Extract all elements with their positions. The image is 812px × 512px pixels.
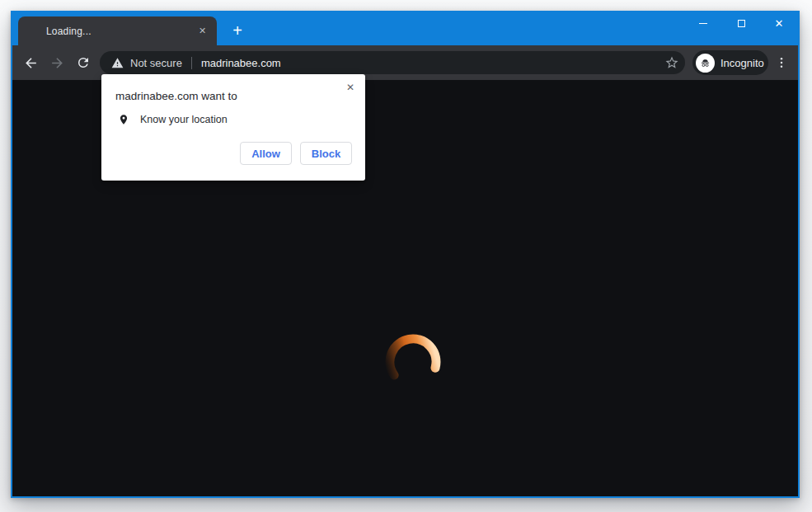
incognito-icon — [699, 57, 711, 69]
block-button[interactable]: Block — [300, 142, 352, 165]
forward-button[interactable] — [45, 51, 68, 74]
maximize-button[interactable] — [722, 11, 760, 35]
loading-spinner — [376, 325, 450, 399]
window-titlebar[interactable]: Loading... ✕ + ✕ — [11, 11, 800, 45]
permission-dialog: ✕ madrinabee.com want to Know your locat… — [101, 74, 365, 181]
omnibox-divider — [191, 57, 192, 69]
permission-row: Know your location — [118, 114, 365, 125]
tab-title: Loading... — [46, 26, 92, 37]
reload-button[interactable] — [72, 51, 95, 74]
browser-window: Loading... ✕ + ✕ — [11, 11, 800, 498]
dialog-buttons: Allow Block — [240, 142, 352, 165]
incognito-badge: Incognito — [692, 50, 768, 75]
not-secure-warning-icon[interactable] — [111, 57, 124, 69]
new-tab-button[interactable]: + — [226, 19, 249, 42]
location-pin-icon — [118, 114, 129, 125]
tab-close-icon[interactable]: ✕ — [195, 24, 209, 38]
desktop-background: Loading... ✕ + ✕ — [0, 0, 812, 512]
minimize-button[interactable] — [684, 11, 722, 35]
close-window-button[interactable]: ✕ — [760, 11, 798, 35]
dialog-close-icon[interactable]: ✕ — [343, 80, 358, 95]
reload-icon — [76, 55, 91, 70]
address-bar[interactable]: Not secure madrinabee.com — [100, 51, 685, 74]
permission-text: Know your location — [140, 114, 228, 125]
back-button[interactable] — [19, 51, 42, 74]
dialog-title: madrinabee.com want to — [101, 74, 365, 102]
back-arrow-icon — [23, 55, 39, 71]
allow-button[interactable]: Allow — [240, 142, 292, 165]
maximize-icon — [738, 20, 745, 27]
incognito-label: Incognito — [720, 57, 764, 69]
browser-tab[interactable]: Loading... ✕ — [18, 16, 217, 45]
forward-arrow-icon — [49, 55, 65, 71]
bookmark-star-icon[interactable] — [664, 55, 679, 70]
url-text[interactable]: madrinabee.com — [201, 57, 281, 69]
browser-menu-button[interactable] — [770, 51, 793, 74]
security-label[interactable]: Not secure — [130, 57, 182, 69]
window-controls: ✕ — [684, 11, 798, 35]
incognito-avatar — [696, 54, 715, 73]
minimize-icon — [699, 23, 707, 24]
kebab-menu-icon — [775, 56, 788, 69]
